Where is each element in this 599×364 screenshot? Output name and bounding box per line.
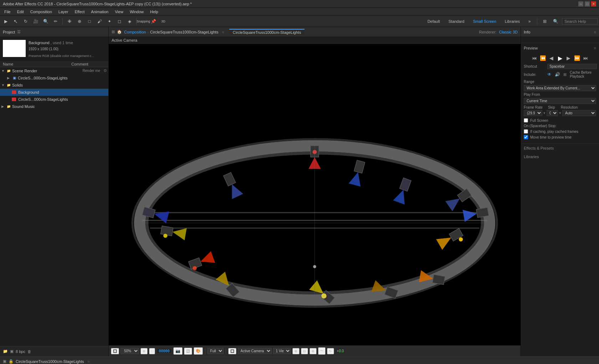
renderer-name[interactable]: Classic 3D xyxy=(499,30,518,34)
tree-folder-sound[interactable]: ▶ 📁 Sound Music xyxy=(0,103,108,110)
preview-section-menu[interactable]: ≡ xyxy=(594,46,596,50)
center-area: ⊞ 🏠 Composition › CircleSquareTruss1000c… xyxy=(109,27,521,356)
shortcut-input[interactable] xyxy=(547,64,597,69)
workspace-libraries[interactable]: Libraries xyxy=(502,18,523,25)
play-from-select[interactable]: Current Time xyxy=(524,98,596,104)
range-select[interactable]: Work Area Extended By Current... xyxy=(524,85,596,91)
prev-forward-many-btn[interactable]: ⏩ xyxy=(574,54,581,62)
tl-menu-btn[interactable]: ≡ xyxy=(88,359,90,364)
comp-view-select[interactable]: Active Camera xyxy=(238,348,272,354)
tool-pin[interactable]: 📌 xyxy=(149,17,158,26)
maximize-button[interactable]: □ xyxy=(585,1,590,6)
comp-viewport-svg xyxy=(109,44,521,345)
comp-show-snapshot[interactable]: 🖼 xyxy=(184,348,192,355)
cache-checkbox[interactable] xyxy=(524,129,528,134)
prev-forward-btn[interactable]: ▶ xyxy=(565,54,572,62)
preview-label: Preview xyxy=(524,46,538,50)
menu-layer[interactable]: Layer xyxy=(56,9,71,15)
tool-brush[interactable]: 🖌 xyxy=(95,17,104,26)
close-button[interactable]: ✕ xyxy=(591,1,596,6)
project-panel-menu-icon[interactable]: ☰ xyxy=(17,30,21,34)
comp-quality-select[interactable]: Full Half Auto xyxy=(208,348,224,354)
prev-first-btn[interactable]: ⏮ xyxy=(531,54,538,62)
search-input[interactable] xyxy=(562,18,598,25)
menu-file[interactable]: File xyxy=(1,9,14,15)
tool-play[interactable]: ▶ xyxy=(1,17,10,26)
tree-solid-background[interactable]: Background xyxy=(0,89,108,96)
skip-select[interactable]: 0 xyxy=(547,110,558,116)
comp-header-menu[interactable]: ≡ xyxy=(222,30,224,34)
effects-presets-link[interactable]: Effects & Presets xyxy=(521,144,599,152)
tool-select[interactable]: ↖ xyxy=(11,17,20,26)
minimize-button[interactable]: ─ xyxy=(578,1,583,6)
include-video-icon[interactable]: 👁 xyxy=(547,72,552,77)
prev-back-btn[interactable]: ◀ xyxy=(548,54,555,62)
tool-3d[interactable]: 3D xyxy=(159,17,168,26)
comp-region-btn[interactable]: 🔲 xyxy=(228,348,236,354)
comp-timecode[interactable]: 00000 xyxy=(157,348,171,354)
frame-rate-select[interactable]: (29.97) xyxy=(524,110,542,116)
comp-view-count-select[interactable]: 1 View xyxy=(273,348,291,354)
tool-rotate[interactable]: ↻ xyxy=(21,17,30,26)
fullscreen-checkbox[interactable] xyxy=(524,118,528,123)
footer-delete[interactable]: 🗑 xyxy=(27,349,31,354)
comp-preview-btn[interactable]: ↻ xyxy=(327,348,334,354)
tree-folder-scene-render[interactable]: ▼ 📁 Scene Render Render me ⚙ xyxy=(0,67,108,74)
tool-stamp[interactable]: ✦ xyxy=(105,17,114,26)
tool-eraser[interactable]: ◻ xyxy=(115,17,124,26)
comp-guide-btn[interactable]: ⊞ xyxy=(309,348,317,354)
tool-search[interactable]: 🔍 xyxy=(41,17,50,26)
menu-composition[interactable]: Composition xyxy=(27,9,55,15)
comp-roi-btn[interactable]: □ xyxy=(149,348,155,354)
comp-show-channel[interactable]: 🎨 xyxy=(194,347,203,355)
tool-anchor[interactable]: ⊕ xyxy=(75,17,84,26)
menu-view[interactable]: View xyxy=(112,9,126,15)
comp-resolution-btn[interactable]: ⊞ xyxy=(140,348,148,354)
comp-motion-path[interactable]: 〜 xyxy=(318,347,326,355)
toolbar-sep-3 xyxy=(537,18,537,25)
right-panel-menu[interactable]: ≡ xyxy=(594,30,596,34)
footer-new-folder[interactable]: 📁 xyxy=(3,349,8,354)
comp-quality-toggle[interactable]: 🔲 xyxy=(111,348,119,354)
comp-name-tab[interactable]: CircleSquareTruss1000cm-StageLights xyxy=(229,29,305,35)
menu-window[interactable]: Window xyxy=(127,9,147,15)
menu-edit[interactable]: Edit xyxy=(14,9,27,15)
fullscreen-label: Full Screen xyxy=(530,119,548,123)
menu-effect[interactable]: Effect xyxy=(72,9,87,15)
menu-help[interactable]: Help xyxy=(147,9,161,15)
comp-viewport[interactable] xyxy=(109,44,521,345)
tool-snapping[interactable]: Snapping xyxy=(139,17,148,26)
tool-pen[interactable]: ✏ xyxy=(51,17,60,26)
menu-animation[interactable]: Animation xyxy=(88,9,111,15)
tool-move[interactable]: ✙ xyxy=(65,17,74,26)
comp-breadcrumb-name: CircleSquareTruss1000cm-StageLights xyxy=(150,30,219,34)
comp-zoom-select[interactable]: 50% 100% 25% xyxy=(121,348,139,354)
tool-rect[interactable]: □ xyxy=(85,17,94,26)
comp-grid-btn[interactable]: ⊟ xyxy=(301,348,308,354)
workspace-more[interactable]: » xyxy=(525,17,534,26)
right-panel-header: Info ≡ xyxy=(521,27,599,37)
comp-controls: 🔲 50% 100% 25% ⊞ □ 00000 📷 🖼 🎨 Full Half… xyxy=(109,345,521,356)
prev-play-btn[interactable]: ▶ xyxy=(557,54,564,62)
movetime-checkbox[interactable] xyxy=(524,135,528,139)
tree-comp-circle-ss[interactable]: ▶ ▣ CircleS...000cm-StageLights xyxy=(0,74,108,82)
workspace-default[interactable]: Default xyxy=(424,18,443,25)
prev-back-many-btn[interactable]: ⏪ xyxy=(539,54,547,62)
comp-snapshot[interactable]: 📷 xyxy=(173,347,183,355)
include-audio-icon[interactable]: 🔊 xyxy=(555,72,560,77)
tl-toggle-icon[interactable]: ▣ xyxy=(3,359,6,364)
tool-camera[interactable]: 🎥 xyxy=(31,17,40,26)
workspace-standard[interactable]: Standard xyxy=(445,18,468,25)
resolution-select[interactable]: Auto xyxy=(562,110,596,116)
toolbar-grid[interactable]: ⊞ xyxy=(541,17,549,26)
toolbar-search[interactable]: 🔍 xyxy=(551,17,560,26)
libraries-link[interactable]: Libraries xyxy=(521,152,599,161)
tool-roto[interactable]: ◈ xyxy=(125,17,134,26)
tree-folder-solids[interactable]: ▼ 📁 Solids xyxy=(0,82,108,89)
tree-solid-circles[interactable]: CircleS...000cm-StageLights xyxy=(0,96,108,103)
prev-last-btn[interactable]: ⏭ xyxy=(582,54,589,62)
workspace-small-screen[interactable]: Small Screen xyxy=(470,18,499,25)
footer-new-comp[interactable]: ▣ xyxy=(10,349,14,354)
comp-3d-view-btn[interactable]: ⊞ xyxy=(292,348,300,354)
include-overflow-icon[interactable]: ⊞ xyxy=(563,72,567,77)
